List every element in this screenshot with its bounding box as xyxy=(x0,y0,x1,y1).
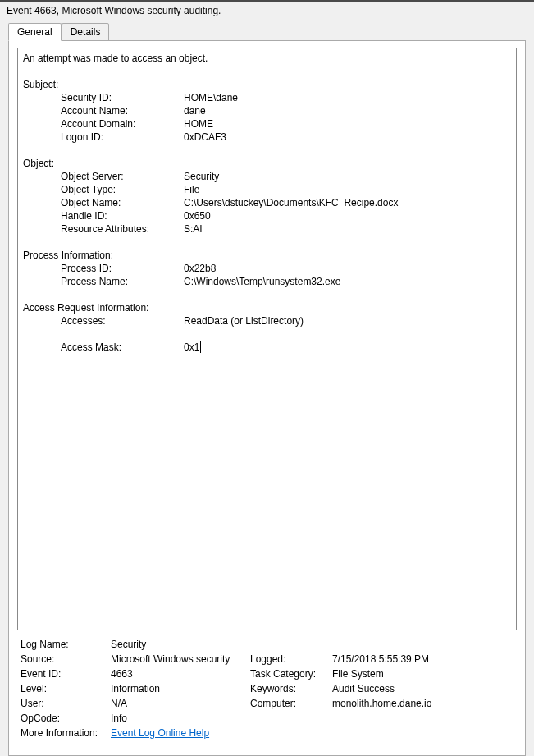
field-label: Security ID: xyxy=(61,91,184,104)
event-description-box[interactable]: An attempt was made to access an object.… xyxy=(17,48,517,630)
field-value: 0xDCAF3 xyxy=(184,131,511,144)
tabs: General Details xyxy=(8,23,526,41)
field-value: S:AI xyxy=(184,222,511,236)
meta-label: Source: xyxy=(21,653,111,665)
field-row: Access Mask: 0x1 xyxy=(23,341,511,354)
meta-value: Microsoft Windows security xyxy=(111,653,250,665)
field-row: Resource Attributes: S:AI xyxy=(23,222,511,236)
object-header: Object: xyxy=(23,157,511,170)
field-row: Object Type: File xyxy=(23,183,511,196)
meta-label: Keywords: xyxy=(250,683,332,694)
meta-row: Level: Information Keywords: Audit Succe… xyxy=(21,683,513,694)
field-label: Resource Attributes: xyxy=(61,222,184,236)
field-value: dane xyxy=(184,104,511,117)
field-value: File xyxy=(184,183,511,196)
field-label: Object Server: xyxy=(61,170,184,183)
field-row: Account Domain: HOME xyxy=(23,117,511,131)
field-value: C:\Windows\Temp\runsystem32.exe xyxy=(184,275,511,288)
field-label: Handle ID: xyxy=(61,209,184,222)
field-label: Accesses: xyxy=(61,314,184,328)
field-value: C:\Users\dstuckey\Documents\KFC_Recipe.d… xyxy=(184,196,511,209)
meta-label: More Information: xyxy=(21,727,111,739)
meta-label: Log Name: xyxy=(21,639,111,650)
field-label: Logon ID: xyxy=(61,131,184,144)
access-header: Access Request Information: xyxy=(23,301,511,314)
meta-value: Security xyxy=(111,639,250,650)
more-info-link[interactable]: Event Log Online Help xyxy=(111,727,250,739)
meta-value: Information xyxy=(111,683,250,694)
meta-label: Task Category: xyxy=(250,668,332,680)
field-value: 0x650 xyxy=(184,209,511,222)
field-value: HOME\dane xyxy=(184,91,511,104)
meta-label: User: xyxy=(21,698,111,709)
meta-label: Event ID: xyxy=(21,668,111,680)
meta-row: OpCode: Info xyxy=(21,712,513,724)
tab-general[interactable]: General xyxy=(8,23,62,41)
field-row: Process ID: 0x22b8 xyxy=(23,262,511,275)
meta-row: More Information: Event Log Online Help xyxy=(21,727,513,739)
field-value: 0x22b8 xyxy=(184,262,511,275)
event-opening: An attempt was made to access an object. xyxy=(23,52,511,65)
subject-header: Subject: xyxy=(23,78,511,91)
event-metadata-section: Log Name: Security Source: Microsoft Win… xyxy=(17,630,517,742)
field-label: Account Name: xyxy=(61,104,184,117)
tab-details[interactable]: Details xyxy=(62,23,110,41)
meta-row: Event ID: 4663 Task Category: File Syste… xyxy=(21,668,513,680)
meta-value: File System xyxy=(332,668,513,680)
field-value: Security xyxy=(184,170,511,183)
field-value: 0x1 xyxy=(184,341,511,354)
field-value: HOME xyxy=(184,117,511,131)
field-label: Object Name: xyxy=(61,196,184,209)
field-row: Object Server: Security xyxy=(23,170,511,183)
field-row: Object Name: C:\Users\dstuckey\Documents… xyxy=(23,196,511,209)
meta-row: Source: Microsoft Windows security Logge… xyxy=(21,653,513,665)
meta-value: N/A xyxy=(111,698,250,709)
window-title: Event 4663, Microsoft Windows security a… xyxy=(0,2,534,23)
meta-value: 7/15/2018 5:55:39 PM xyxy=(332,653,513,665)
process-header: Process Information: xyxy=(23,249,511,262)
field-row: Process Name: C:\Windows\Temp\runsystem3… xyxy=(23,275,511,288)
meta-label: Computer: xyxy=(250,698,332,709)
field-row: Handle ID: 0x650 xyxy=(23,209,511,222)
field-row: Security ID: HOME\dane xyxy=(23,91,511,104)
field-label: Object Type: xyxy=(61,183,184,196)
tab-panel-general: An attempt was made to access an object.… xyxy=(8,40,526,756)
field-label: Access Mask: xyxy=(61,341,184,354)
field-value: ReadData (or ListDirectory) xyxy=(184,314,511,328)
meta-label: Logged: xyxy=(250,653,332,665)
meta-value: Info xyxy=(111,712,250,724)
field-row: Account Name: dane xyxy=(23,104,511,117)
meta-value: 4663 xyxy=(111,668,250,680)
meta-row: Log Name: Security xyxy=(21,639,513,650)
meta-row: User: N/A Computer: monolith.home.dane.i… xyxy=(21,698,513,709)
meta-value: Audit Success xyxy=(332,683,513,694)
field-label: Process Name: xyxy=(61,275,184,288)
field-row: Accesses: ReadData (or ListDirectory) xyxy=(23,314,511,328)
meta-label: Level: xyxy=(21,683,111,694)
field-label: Account Domain: xyxy=(61,117,184,131)
field-label: Process ID: xyxy=(61,262,184,275)
field-row: Logon ID: 0xDCAF3 xyxy=(23,131,511,144)
meta-value: monolith.home.dane.io xyxy=(332,698,513,709)
event-properties-window: Event 4663, Microsoft Windows security a… xyxy=(0,0,534,756)
tab-area: General Details An attempt was made to a… xyxy=(0,23,534,756)
meta-label: OpCode: xyxy=(21,712,111,724)
